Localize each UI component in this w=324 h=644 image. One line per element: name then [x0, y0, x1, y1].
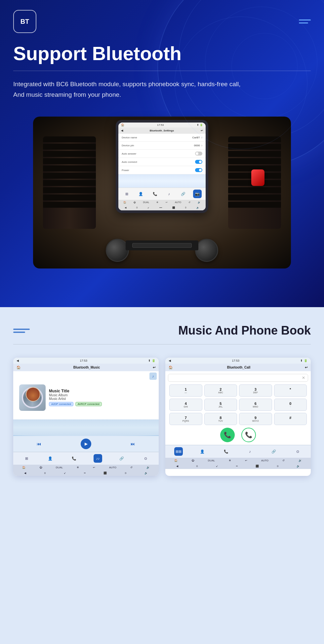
call-person-icon[interactable]: 👤	[198, 447, 207, 456]
music-camera-icon[interactable]: ⊙	[141, 454, 150, 463]
music-section-title: Music And Phone Book	[178, 324, 311, 338]
auto-connect-toggle[interactable]	[195, 160, 202, 164]
call-bottom-bar: ⊞⊞ 👤 📞 ♪ 🔗 ⊙	[165, 445, 311, 458]
dialpad-grid: 1— 2ABC 3DEF * 4GHI 5JKL 6MNO 0· 7PQRS 8…	[168, 384, 308, 425]
hero-section: BT Support Bluetooth Integrated with BC6…	[0, 0, 324, 307]
dial-5[interactable]: 5JKL	[204, 399, 237, 411]
music-note-tab[interactable]: ♪♪	[94, 454, 102, 463]
music-divider	[13, 344, 311, 344]
menu-icon[interactable]	[299, 19, 311, 23]
music-controls-row2: ◀0↙━ ⬛0🔉	[13, 470, 159, 476]
screens-row: ◀ 17:53 ⬆ 🔋 🏠 Bluetooth_Music ↩ ♪	[13, 358, 311, 476]
car-screen: 🏠 17:53 ⬆ 🔋 ◀ Bluetooth_Settings ↩ Devic…	[116, 120, 208, 213]
call-dialpad-icon[interactable]: ⊞⊞	[174, 447, 183, 456]
music-player: Music Title Music Album Music Artist A2D…	[16, 381, 156, 414]
music-grid-icon[interactable]: ⊞	[22, 454, 31, 463]
call-button[interactable]: 📞	[220, 428, 235, 442]
hero-header: BT	[13, 10, 311, 33]
music-screen: ◀ 17:53 ⬆ 🔋 🏠 Bluetooth_Music ↩ ♪	[13, 358, 159, 476]
next-button[interactable]: ⏭	[128, 439, 138, 448]
dial-star[interactable]: *	[274, 384, 307, 397]
page-title: Support Bluetooth	[13, 43, 311, 64]
camera-icon[interactable]: 📷	[193, 190, 202, 198]
music-home-icon[interactable]: 🏠	[17, 366, 20, 369]
auto-answer-row[interactable]: Auto answer	[118, 150, 206, 158]
call-buttons: 📞 📞	[168, 428, 308, 442]
music-nav-back[interactable]: ↩	[153, 366, 155, 369]
bt-logo: BT	[13, 10, 36, 33]
music-controls-row: 🏠⏻DUAL❄ ↩AUTO↺🔊	[13, 465, 159, 470]
music-title: Music Title	[49, 389, 153, 393]
call-nav-back[interactable]: ↩	[305, 366, 307, 369]
music-time: 17:53	[80, 359, 87, 362]
call-controls-row: 🏠⏻DUAL❄ ↩AUTO↺🔊	[165, 458, 311, 463]
dial-7[interactable]: 7PQRS	[169, 413, 202, 425]
device-name-row[interactable]: Device name CarBT ›	[118, 134, 206, 142]
call-link-icon[interactable]: 🔗	[269, 447, 278, 456]
music-note-icon[interactable]: ♪	[149, 373, 157, 380]
call-time: 17:53	[232, 359, 239, 362]
music-album: Music Album	[49, 393, 153, 397]
dial-3[interactable]: 3DEF	[239, 384, 272, 397]
person-icon[interactable]: 👤	[137, 190, 145, 198]
dial-6[interactable]: 6MNO	[239, 399, 272, 411]
music-screen-title: Bluetooth_Music	[73, 366, 100, 369]
dial-2[interactable]: 2ABC	[204, 384, 237, 397]
power-row[interactable]: Power	[118, 166, 206, 174]
dial-hash[interactable]: #	[274, 413, 307, 425]
avrcp-badge: AVRCP connected	[75, 402, 102, 406]
call-screen-title: Bluetooth_Call	[227, 366, 251, 369]
dial-search[interactable]: ✕	[168, 374, 308, 382]
title-divider	[13, 71, 311, 71]
call-back-arrow[interactable]: ◀	[169, 359, 171, 362]
dial-9[interactable]: 9WXYZ	[239, 413, 272, 425]
prev-button[interactable]: ⏮	[34, 439, 44, 448]
music-header: Music And Phone Book	[13, 324, 311, 338]
music-phone-icon[interactable]: 📞	[70, 454, 78, 463]
auto-connect-row[interactable]: Auto connect	[118, 158, 206, 166]
music-wave	[13, 419, 159, 436]
music-person-icon[interactable]: 👤	[46, 454, 55, 463]
hero-description: Integrated with BC6 Bluetooth module, su…	[13, 79, 245, 100]
call-phone-icon[interactable]: 📞	[222, 447, 230, 456]
auto-answer-toggle[interactable]	[195, 152, 202, 156]
grid-icon[interactable]: ⊞	[122, 190, 131, 198]
call-screen: ◀ 17:53 ⬆ 🔋 🏠 Bluetooth_Call ↩ ✕ 1— 2ABC	[165, 358, 311, 476]
music-bottom-bar: ⊞ 👤 📞 ♪♪ 🔗 ⊙	[13, 452, 159, 465]
clear-icon[interactable]: ✕	[302, 376, 305, 380]
music-link-icon[interactable]: 🔗	[117, 454, 126, 463]
dial-1[interactable]: 1—	[169, 384, 202, 397]
call-camera-icon[interactable]: ⊙	[293, 447, 302, 456]
a2dp-badge: A2DP connected	[49, 402, 73, 406]
phone-icon[interactable]: 📞	[151, 190, 159, 198]
red-button[interactable]	[251, 169, 264, 186]
dial-0[interactable]: 0·	[274, 399, 307, 411]
call-home-icon[interactable]: 🏠	[169, 366, 173, 369]
power-toggle[interactable]	[195, 168, 202, 172]
music-artist: Music Artist	[49, 397, 153, 401]
section-lines-icon	[13, 329, 30, 333]
music-controls: ⏮ ▶ ⏭	[13, 436, 159, 452]
left-vent	[43, 136, 96, 229]
dial-8[interactable]: 8TUV	[204, 413, 237, 425]
link-icon[interactable]: 🔗	[179, 190, 187, 198]
right-knob[interactable]	[195, 239, 218, 262]
device-pin-row[interactable]: Device pin 0000 ›	[118, 142, 206, 150]
car-dashboard: 🏠 17:53 ⬆ 🔋 ◀ Bluetooth_Settings ↩ Devic…	[13, 113, 311, 272]
call-controls-row2: ◀0↙━ ⬛0🔉	[165, 463, 311, 469]
redial-button[interactable]: 📞	[241, 428, 256, 442]
music-back-arrow[interactable]: ◀	[17, 359, 19, 362]
call-music-icon[interactable]: ♪	[246, 447, 254, 456]
dial-4[interactable]: 4GHI	[169, 399, 202, 411]
music-icon[interactable]: ♪	[165, 190, 173, 198]
play-button[interactable]: ▶	[81, 439, 91, 449]
music-phone-section: Music And Phone Book ◀ 17:53 ⬆ 🔋 🏠 Bluet…	[0, 307, 324, 644]
